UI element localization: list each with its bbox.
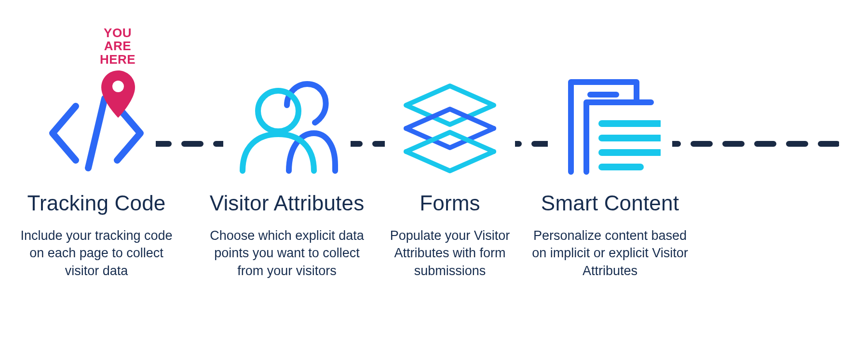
document-lines-icon bbox=[548, 75, 672, 179]
step-smart-content: Smart Content Personalize content based … bbox=[528, 58, 692, 279]
step-title: Visitor Attributes bbox=[205, 191, 369, 215]
marker-line2: ARE bbox=[104, 39, 131, 53]
process-diagram: YOU ARE HERE Tracking Code Include yo bbox=[0, 0, 868, 362]
marker-line3: HERE bbox=[100, 52, 136, 67]
step-desc: Personalize content based on implicit or… bbox=[528, 227, 692, 279]
svg-marker-4 bbox=[406, 86, 494, 125]
step-title: Smart Content bbox=[528, 191, 692, 215]
step-title: Tracking Code bbox=[14, 191, 178, 215]
you-are-here-label: YOU ARE HERE bbox=[89, 27, 147, 66]
step-visitor-attributes: Visitor Attributes Choose which explicit… bbox=[205, 58, 369, 279]
stack-layers-icon bbox=[385, 80, 515, 179]
step-desc: Choose which explicit data points you wa… bbox=[205, 227, 369, 279]
step-desc: Populate your Visitor Attributes with fo… bbox=[370, 227, 529, 279]
step-tracking-code: Tracking Code Include your tracking code… bbox=[14, 58, 178, 279]
code-icon bbox=[37, 90, 156, 179]
svg-point-1 bbox=[112, 81, 124, 92]
people-icon bbox=[223, 75, 351, 179]
svg-point-3 bbox=[258, 91, 298, 131]
step-title: Forms bbox=[370, 191, 529, 215]
step-desc: Include your tracking code on each page … bbox=[14, 227, 178, 279]
step-forms: Forms Populate your Visitor Attributes w… bbox=[370, 58, 529, 279]
map-pin-icon bbox=[101, 70, 135, 121]
marker-line1: YOU bbox=[104, 26, 132, 40]
